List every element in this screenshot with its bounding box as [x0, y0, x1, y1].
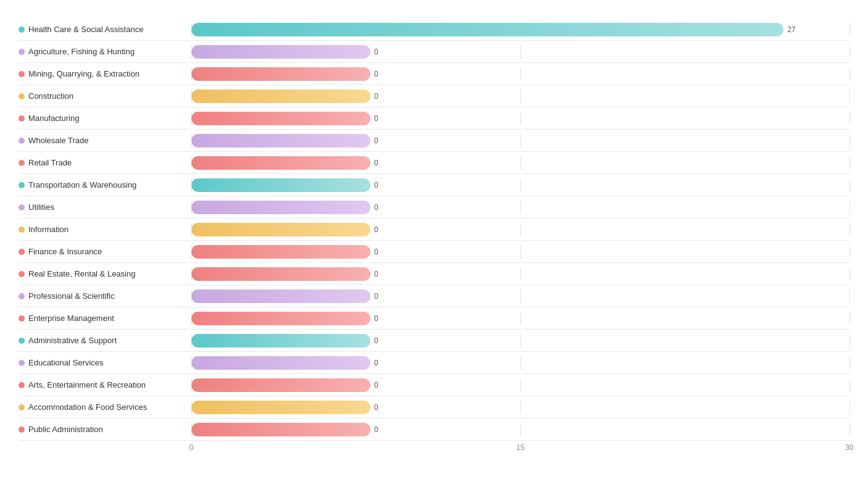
bar-dot-icon — [19, 315, 25, 322]
bar-dot-icon — [19, 204, 25, 210]
bars-container: Health Care & Social Assistance27Agricul… — [19, 19, 849, 441]
bar-label-text: Enterprise Management — [28, 314, 114, 323]
grid-line — [849, 90, 850, 103]
bar-value-label: 0 — [374, 114, 378, 123]
bar-fill — [191, 112, 370, 125]
bar-label-text: Real Estate, Rental & Leasing — [28, 269, 135, 278]
grid-line — [520, 356, 521, 370]
bar-label: Manufacturing — [19, 114, 191, 123]
chart-area: Health Care & Social Assistance27Agricul… — [19, 19, 849, 458]
bar-fill — [191, 378, 370, 392]
bar-dot-icon — [19, 293, 25, 299]
bar-label-text: Health Care & Social Assistance — [28, 25, 143, 34]
grid-line — [520, 289, 521, 303]
bar-value-label: 0 — [374, 136, 378, 145]
bar-fill — [191, 67, 370, 81]
bar-value-label: 0 — [374, 292, 378, 301]
bar-label: Administrative & Support — [19, 336, 191, 345]
grid-line — [849, 245, 850, 259]
bar-label-text: Mining, Quarrying, & Extraction — [28, 69, 140, 78]
bar-track: 0 — [191, 178, 849, 192]
bar-track: 0 — [191, 67, 849, 81]
bar-label-text: Wholesale Trade — [28, 136, 89, 145]
bar-value-label: 0 — [374, 92, 378, 101]
bar-value-label: 0 — [374, 425, 378, 434]
bar-track: 27 — [191, 23, 849, 36]
axis-ticks: 01530 — [191, 443, 849, 458]
bar-track: 0 — [191, 289, 849, 303]
bar-label: Professional & Scientific — [19, 291, 191, 301]
bar-value-label: 0 — [374, 381, 378, 389]
bar-dot-icon — [19, 93, 25, 99]
bar-value-label: 0 — [374, 159, 378, 167]
bar-track: 0 — [191, 312, 849, 325]
bar-value-label: 0 — [374, 403, 378, 412]
bar-fill — [191, 90, 370, 103]
grid-line — [520, 312, 521, 325]
grid-line — [849, 312, 850, 325]
grid-line — [849, 45, 850, 59]
bar-label: Wholesale Trade — [19, 136, 191, 145]
grid-line — [849, 67, 850, 81]
grid-line — [849, 378, 850, 392]
bar-fill — [191, 267, 370, 281]
bar-track: 0 — [191, 267, 849, 281]
bar-fill — [191, 201, 370, 214]
bar-track: 0 — [191, 245, 849, 259]
bar-dot-icon — [19, 182, 25, 188]
bar-row: Wholesale Trade0 — [19, 130, 849, 152]
bar-dot-icon — [19, 227, 25, 233]
bar-fill — [191, 245, 370, 259]
bar-track: 0 — [191, 201, 849, 214]
bar-track: 0 — [191, 112, 849, 125]
bar-label: Utilities — [19, 202, 191, 212]
grid-line — [849, 223, 850, 236]
bar-value-label: 0 — [374, 314, 378, 323]
grid-line — [520, 245, 521, 259]
bar-track: 0 — [191, 90, 849, 103]
bar-label: Health Care & Social Assistance — [19, 25, 191, 34]
bar-row: Mining, Quarrying, & Extraction0 — [19, 63, 849, 85]
bar-label-text: Utilities — [28, 202, 54, 212]
bar-label: Construction — [19, 91, 191, 101]
grid-line — [849, 156, 850, 170]
bar-value-label: 0 — [374, 336, 378, 345]
bar-dot-icon — [19, 115, 25, 122]
bar-dot-icon — [19, 360, 25, 366]
bar-value-label: 0 — [374, 181, 378, 190]
grid-line — [849, 201, 850, 214]
bar-row: Manufacturing0 — [19, 107, 849, 130]
grid-line — [849, 112, 850, 125]
bar-track: 0 — [191, 356, 849, 370]
grid-line — [520, 134, 521, 148]
bar-fill — [191, 356, 370, 370]
bar-value-label: 27 — [787, 25, 795, 34]
grid-line — [520, 423, 521, 436]
bar-track: 0 — [191, 401, 849, 414]
grid-line — [520, 223, 521, 236]
bar-track: 0 — [191, 223, 849, 236]
bar-label-text: Agriculture, Fishing & Hunting — [28, 47, 135, 56]
bar-row: Transportation & Warehousing0 — [19, 174, 849, 196]
bar-track: 0 — [191, 378, 849, 392]
bar-label: Public Administration — [19, 425, 191, 434]
grid-line — [520, 67, 521, 81]
bar-label-text: Retail Trade — [28, 158, 72, 167]
bar-label-text: Accommodation & Food Services — [28, 402, 147, 412]
bar-row: Agriculture, Fishing & Hunting0 — [19, 41, 849, 63]
grid-line — [849, 23, 850, 36]
grid-line — [849, 134, 850, 148]
bar-label: Finance & Insurance — [19, 247, 191, 256]
bar-row: Accommodation & Food Services0 — [19, 396, 849, 419]
bar-label: Arts, Entertainment & Recreation — [19, 380, 191, 389]
bar-label-text: Information — [28, 225, 69, 234]
bar-row: Utilities0 — [19, 196, 849, 219]
bar-dot-icon — [19, 404, 25, 410]
bar-row: Construction0 — [19, 85, 849, 107]
bar-label-text: Educational Services — [28, 358, 103, 367]
axis-tick-label: 0 — [190, 443, 194, 452]
bar-fill — [191, 312, 370, 325]
bar-label: Mining, Quarrying, & Extraction — [19, 69, 191, 78]
bar-label-text: Professional & Scientific — [28, 291, 114, 301]
bar-label: Real Estate, Rental & Leasing — [19, 269, 191, 278]
